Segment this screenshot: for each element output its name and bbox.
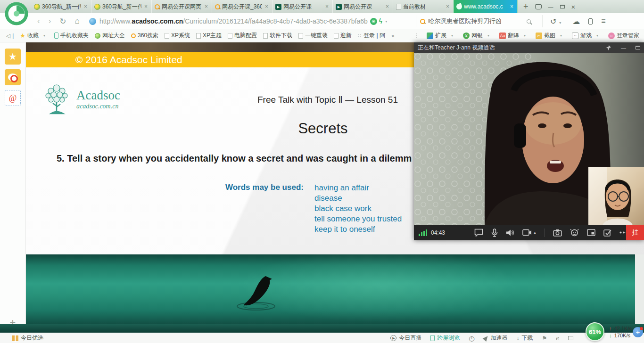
tab-close-icon[interactable]: × <box>324 3 330 10</box>
acadsoc-logo: Acadsoc acadsoc.com.cn <box>42 82 120 116</box>
acceleration-ball[interactable]: 61% <box>586 322 604 341</box>
ie-compat-icon[interactable]: e <box>556 334 559 342</box>
toolbar-login-manager[interactable]: ○登录管家 <box>608 32 639 40</box>
bookmark-xp-system[interactable]: XP系统 <box>165 32 190 40</box>
pip-layout-icon[interactable] <box>587 229 595 236</box>
tab-open-course-360[interactable]: 网易公开课_360 × <box>212 0 272 13</box>
search-go-icon[interactable] <box>527 19 531 24</box>
tab-close-icon[interactable]: × <box>264 3 269 10</box>
search-icon <box>155 4 160 9</box>
theme-skin-icon[interactable] <box>535 4 542 9</box>
browser-logo-icon[interactable] <box>4 1 29 26</box>
toolbar-translate[interactable]: Aa翻译▾ <box>499 32 528 40</box>
tab-close-icon[interactable]: × <box>204 3 209 10</box>
tab-open-course-web[interactable]: 网易公开课网页 × <box>152 0 212 13</box>
screenshot-icon: ✂ <box>536 33 542 39</box>
add-widget-button[interactable]: + <box>633 327 643 337</box>
address-bar: ‹ › ↻ ⌂ http://www.acadsoc.com.cn/Curric… <box>0 13 644 29</box>
history-icon[interactable]: ↺▾ <box>550 17 564 26</box>
forward-icon[interactable]: › <box>44 16 56 26</box>
url-prefix: http://www. <box>99 17 132 25</box>
maximize-call-icon[interactable] <box>636 46 640 49</box>
menu-icon[interactable]: ≡ <box>601 17 605 25</box>
tab-open-course-1[interactable]: 网易公开课 × <box>272 0 333 13</box>
download-item[interactable]: ↓下载 <box>517 334 533 342</box>
live-today-item[interactable]: ▶今日直播 <box>390 334 421 342</box>
tab-open-course-2[interactable]: 网易公开课 × <box>333 0 393 13</box>
chat-icon[interactable] <box>474 229 483 237</box>
maximize-button[interactable] <box>560 5 565 8</box>
snapshot-icon[interactable] <box>553 229 562 237</box>
tab-close-icon[interactable]: × <box>143 3 149 10</box>
tab-close-icon[interactable]: × <box>509 3 514 10</box>
pin-icon[interactable] <box>605 45 611 51</box>
back-icon[interactable]: ‹ <box>33 16 44 26</box>
download-speed: 170K/s <box>614 332 630 339</box>
speed-mode-icon[interactable]: ✳ <box>370 18 377 25</box>
chevron-down-icon[interactable]: ▾ <box>385 19 387 24</box>
bookmark-pc-config[interactable]: 电脑配置 <box>228 32 257 40</box>
favorites-star-button[interactable]: ★ <box>5 49 21 65</box>
bookmark-one-key-reinstall[interactable]: 一键重装 <box>298 32 328 40</box>
tab-label: 360导航_新一代 <box>102 3 141 11</box>
home-icon[interactable]: ⌂ <box>71 16 84 26</box>
refresh-icon[interactable]: ↻ <box>55 16 70 26</box>
tab-label: 网易公开课 <box>344 3 383 11</box>
toolbar-screenshot[interactable]: ✂截图▾ <box>536 32 565 40</box>
today-picks-item[interactable]: 今日优选 <box>12 334 43 342</box>
page-icon <box>228 33 232 39</box>
bookmark-360-search[interactable]: 360搜索 <box>131 32 158 40</box>
bookmark-welcome[interactable]: 迎新 <box>334 32 352 40</box>
tab-current-textbook[interactable]: 当前教材 × <box>393 0 454 13</box>
tab-360-nav-1[interactable]: 360导航_新一代 × <box>31 0 91 13</box>
flag-icon[interactable]: ⚑ <box>542 335 547 342</box>
accelerator-item[interactable]: 加速器 <box>484 334 508 342</box>
toolbar-extensions[interactable]: 扩展▾ <box>427 32 456 40</box>
bookmark-mobile-favorites[interactable]: 手机收藏夹 <box>54 32 89 40</box>
bookmarks-overflow-icon[interactable]: » <box>391 33 395 39</box>
collapse-sidebar-icon[interactable]: ◁| <box>6 33 14 39</box>
speaker-icon[interactable] <box>506 229 514 237</box>
bookmark-favorites[interactable]: ★收藏▾ <box>20 32 48 40</box>
tab-360-nav-2[interactable]: 360导航_新一代 × <box>91 0 152 13</box>
page-icon <box>165 33 169 39</box>
close-window-button[interactable]: × <box>571 3 576 11</box>
tab-close-icon[interactable]: × <box>385 3 390 10</box>
hangup-button[interactable]: 挂 <box>626 225 644 240</box>
download-arrow-icon: ↓ <box>609 332 612 339</box>
toolbar-bank[interactable]: ¥网银▾ <box>463 32 492 40</box>
page-icon <box>196 33 201 39</box>
tab-close-icon[interactable]: × <box>445 3 450 10</box>
bookmark-login[interactable]: ∷登录 | 阿 <box>358 32 385 40</box>
url-field[interactable]: http://www.acadsoc.com.cn/Curriculum/201… <box>86 15 416 27</box>
360-search-icon <box>420 19 425 24</box>
mobile-icon[interactable] <box>588 18 593 24</box>
mail-share-button[interactable]: @ <box>5 90 21 106</box>
minimize-call-icon[interactable]: — <box>621 45 626 50</box>
bookmark-software-download[interactable]: 软件下载 <box>263 32 292 40</box>
notes-icon[interactable] <box>603 229 611 237</box>
bookmark-site-directory[interactable]: 网址大全 <box>95 32 125 40</box>
tab-close-icon[interactable]: × <box>83 3 88 10</box>
logo-domain: acadsoc.com.cn <box>76 103 120 110</box>
toolbar-games[interactable]: ᴖ游戏▾ <box>572 32 601 40</box>
camera-icon[interactable] <box>522 229 532 236</box>
search-input[interactable]: 哈尔滨患者医院持剪刀行凶 <box>416 15 535 27</box>
camera-options-icon[interactable]: ▲ <box>533 231 537 234</box>
timer-icon[interactable]: ◷ <box>469 335 474 342</box>
globe-icon <box>95 33 100 39</box>
cloud-sync-icon[interactable]: ☁ <box>572 17 580 26</box>
video-call-titlebar[interactable]: 正在和Teacher J-ann 视频通话 — <box>414 42 644 53</box>
weibo-icon <box>8 74 17 81</box>
beauty-filter-icon[interactable] <box>570 229 579 237</box>
self-video[interactable] <box>588 167 644 225</box>
lightning-icon[interactable]: ϟ <box>379 17 382 25</box>
window-mode-icon[interactable] <box>568 336 573 340</box>
bookmark-xp-theme[interactable]: XP主题 <box>196 32 222 40</box>
mic-icon[interactable] <box>491 229 498 237</box>
minimize-button[interactable]: — <box>548 4 553 9</box>
new-tab-button[interactable]: + <box>523 2 528 12</box>
cross-screen-item[interactable]: 跨屏浏览 <box>430 334 460 342</box>
tab-acadsoc-active[interactable]: www.acadsoc.c × <box>454 0 518 13</box>
weibo-share-button[interactable] <box>5 69 21 85</box>
